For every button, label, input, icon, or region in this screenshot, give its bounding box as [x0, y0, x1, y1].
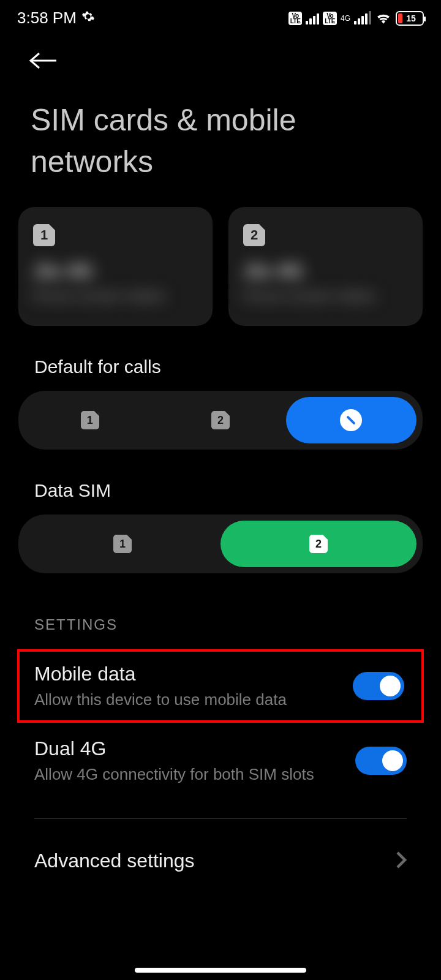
wifi-icon [375, 12, 392, 25]
sim-chip-icon: 1 [33, 224, 55, 246]
data-sim-1[interactable]: 1 [24, 521, 221, 567]
battery-icon: 15 [396, 11, 424, 26]
volte-badge-1: VoLTE [288, 12, 303, 25]
sim-cards-row: 1 Jio 4G Phone number hidden 2 Jio 4G Ph… [0, 207, 441, 326]
status-right: VoLTE VoLTE 4G 15 [288, 11, 424, 26]
sim-info-blurred: Jio 4G Phone number hidden [33, 260, 198, 304]
network-type: 4G [341, 15, 350, 21]
mobile-data-title: Mobile data [34, 663, 287, 685]
dual-4g-row[interactable]: Dual 4G Allow 4G connectivity for both S… [0, 724, 441, 800]
clock: 3:58 PM [17, 9, 77, 28]
default-calls-sim2[interactable]: 2 [155, 397, 285, 443]
dual-4g-title: Dual 4G [34, 737, 314, 760]
mobile-data-toggle[interactable] [353, 672, 404, 700]
mobile-data-row[interactable]: Mobile data Allow this device to use mob… [20, 652, 421, 720]
advanced-settings-row[interactable]: Advanced settings [0, 819, 441, 891]
page-title: SIM cards & mobile networks [0, 81, 441, 207]
gear-icon [81, 9, 95, 28]
volte-badge-2: VoLTE [323, 12, 337, 25]
settings-header: SETTINGS [0, 573, 441, 648]
sim-card-1[interactable]: 1 Jio 4G Phone number hidden [18, 207, 213, 326]
default-calls-sim1[interactable]: 1 [24, 397, 155, 443]
not-set-icon [340, 409, 362, 431]
back-button[interactable] [28, 48, 423, 75]
advanced-settings-title: Advanced settings [34, 850, 195, 872]
data-sim-selector: 1 2 [18, 514, 423, 573]
sim-chip-icon: 2 [243, 224, 265, 246]
data-sim-label: Data SIM [0, 450, 441, 514]
signal-bars-2 [354, 12, 371, 24]
chevron-right-icon [396, 851, 407, 872]
default-calls-selector: 1 2 [18, 391, 423, 450]
sim-card-2[interactable]: 2 Jio 4G Phone number hidden [228, 207, 423, 326]
sim-info-blurred: Jio 4G Phone number hidden [243, 260, 408, 304]
dual-4g-sub: Allow 4G connectivity for both SIM slots [34, 765, 314, 784]
default-calls-not-set[interactable] [286, 397, 417, 443]
default-calls-label: Default for calls [0, 326, 441, 391]
home-indicator[interactable] [135, 968, 306, 973]
status-left: 3:58 PM [17, 9, 95, 28]
mobile-data-sub: Allow this device to use mobile data [34, 690, 287, 709]
data-sim-2[interactable]: 2 [221, 521, 417, 567]
battery-percent: 15 [398, 13, 424, 23]
dual-4g-toggle[interactable] [355, 747, 407, 775]
signal-bars-1 [306, 12, 319, 24]
highlight-annotation: Mobile data Allow this device to use mob… [17, 649, 424, 723]
status-bar: 3:58 PM VoLTE VoLTE 4G 15 [0, 0, 441, 34]
